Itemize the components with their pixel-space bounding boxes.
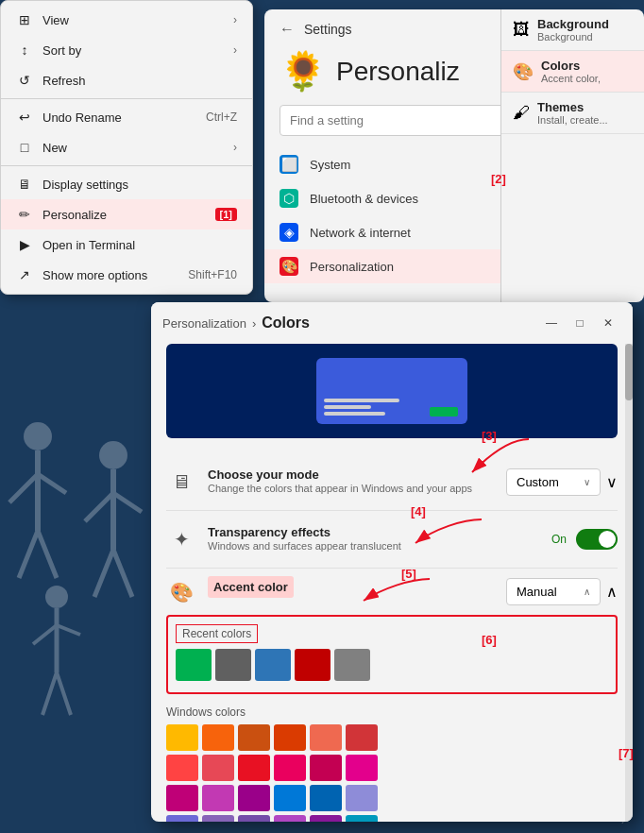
preview-line-3 — [324, 412, 385, 416]
breadcrumb-personalization: Personalization — [162, 316, 246, 331]
menu-item-display[interactable]: 🖥 Display settings — [1, 169, 252, 199]
menu-item-view[interactable]: ⊞ View › — [1, 5, 252, 35]
windows-color-swatch[interactable] — [310, 755, 342, 781]
themes-settings-icon: 🖌 — [513, 103, 530, 123]
settings-right-colors[interactable]: 🎨 Colors Accent color, — [501, 51, 644, 93]
windows-color-swatch[interactable] — [166, 724, 198, 751]
svg-line-5 — [38, 531, 57, 578]
recent-colors-title: Recent colors — [176, 624, 258, 643]
minimize-button[interactable]: — — [538, 310, 565, 336]
annotation-6: [6] — [482, 633, 497, 647]
svg-line-10 — [94, 550, 113, 597]
bg-decoration — [0, 380, 161, 739]
window-controls: — □ ✕ — [538, 310, 621, 336]
svg-line-8 — [85, 493, 113, 521]
windows-color-swatch[interactable] — [202, 815, 234, 822]
windows-color-swatch[interactable] — [238, 724, 270, 751]
recent-color-swatch[interactable] — [295, 649, 330, 681]
windows-color-swatch[interactable] — [346, 724, 378, 751]
close-button[interactable]: ✕ — [595, 310, 621, 336]
svg-line-4 — [19, 531, 38, 578]
menu-label-sortby: Sort by — [42, 43, 224, 58]
settings-back-button[interactable]: ← — [280, 21, 295, 38]
background-settings-icon: 🖼 — [513, 20, 530, 40]
menu-item-personalize[interactable]: ✏ Personalize [1] — [1, 199, 252, 230]
annotation-2: [2] — [491, 172, 506, 186]
mode-icon: 🖥 — [166, 467, 196, 497]
windows-color-swatch[interactable] — [238, 785, 270, 811]
menu-item-terminal[interactable]: ▶ Open in Terminal — [1, 230, 252, 260]
mode-row: 🖥 Choose your mode Change the colors tha… — [166, 453, 618, 511]
preview-inner — [316, 358, 467, 424]
svg-line-14 — [33, 625, 57, 644]
maximize-button[interactable]: □ — [567, 310, 593, 336]
svg-line-3 — [38, 474, 66, 493]
preview-line-2 — [324, 405, 371, 409]
svg-point-0 — [24, 422, 52, 450]
menu-item-new[interactable]: □ New › — [1, 132, 252, 162]
windows-color-swatch[interactable] — [274, 724, 306, 751]
themes-subtitle: Install, create... — [537, 114, 608, 126]
windows-color-swatch[interactable] — [346, 755, 378, 781]
new-arrow: › — [233, 141, 237, 154]
windows-color-swatch[interactable] — [238, 815, 270, 822]
preview-box — [166, 344, 618, 438]
windows-color-swatch[interactable] — [346, 815, 378, 822]
windows-colors-grid — [166, 724, 618, 822]
settings-right-background[interactable]: 🖼 Background Background — [501, 9, 644, 51]
moreoptions-icon: ↗ — [16, 266, 33, 283]
mode-subtitle: Change the colors that appear in Windows… — [208, 482, 495, 496]
windows-color-swatch[interactable] — [310, 724, 342, 751]
recent-color-swatch[interactable] — [334, 649, 370, 681]
nav-label-bluetooth: Bluetooth & devices — [310, 192, 418, 206]
windows-color-swatch[interactable] — [166, 815, 198, 822]
colors-settings-icon: 🎨 — [513, 61, 534, 82]
svg-line-2 — [9, 474, 38, 502]
settings-panel-title: Settings — [304, 22, 352, 37]
windows-color-swatch[interactable] — [202, 755, 234, 781]
menu-item-refresh[interactable]: ↺ Refresh — [1, 65, 252, 95]
page-title: Colors — [262, 314, 310, 332]
windows-color-swatch[interactable] — [202, 724, 234, 751]
recent-color-swatch[interactable] — [176, 649, 212, 681]
accent-color-label: Accent color — [208, 576, 294, 598]
menu-item-undo[interactable]: ↩ Undo Rename Ctrl+Z — [1, 102, 252, 132]
moreoptions-shortcut: Shift+F10 — [188, 268, 237, 281]
scrollbar-thumb[interactable] — [625, 344, 633, 400]
accent-collapse-icon[interactable]: ∧ — [606, 583, 618, 601]
menu-item-sortby[interactable]: ↕ Sort by › — [1, 35, 252, 65]
nav-label-personalization: Personalization — [310, 260, 394, 274]
system-icon: ⬜ — [280, 155, 298, 174]
windows-color-swatch[interactable] — [310, 815, 342, 822]
recent-color-swatch[interactable] — [215, 649, 251, 681]
nav-label-system: System — [310, 158, 350, 172]
svg-line-9 — [113, 493, 142, 512]
windows-color-swatch[interactable] — [274, 755, 306, 781]
recent-color-swatch[interactable] — [255, 649, 291, 681]
windows-color-swatch[interactable] — [238, 755, 270, 781]
windows-color-row — [166, 724, 618, 751]
mode-dropdown-arrow: ∨ — [584, 477, 590, 487]
transparency-control: On — [551, 529, 618, 550]
background-subtitle: Background — [537, 31, 609, 42]
windows-color-swatch[interactable] — [346, 785, 378, 811]
colors-subtitle: Accent color, — [541, 73, 601, 84]
transparency-row: ✦ Transparency effects Windows and surfa… — [166, 511, 618, 569]
mode-expand-icon[interactable]: ∨ — [606, 473, 618, 491]
windows-color-swatch[interactable] — [274, 815, 306, 822]
windows-color-swatch[interactable] — [166, 755, 198, 781]
windows-color-swatch[interactable] — [202, 785, 234, 811]
preview-line-1 — [324, 399, 399, 402]
new-icon: □ — [16, 139, 33, 156]
menu-label-personalize: Personalize — [42, 208, 202, 222]
window-breadcrumb: Personalization › Colors — [162, 314, 310, 332]
windows-color-swatch[interactable] — [310, 785, 342, 811]
transparency-toggle[interactable] — [576, 529, 618, 550]
accent-label-container: Accent color — [208, 576, 495, 607]
accent-dropdown-value: Manual — [517, 585, 576, 599]
windows-color-swatch[interactable] — [166, 785, 198, 811]
settings-right-themes[interactable]: 🖌 Themes Install, create... — [501, 93, 644, 134]
menu-item-moreoptions[interactable]: ↗ Show more options Shift+F10 — [1, 260, 252, 290]
accent-dropdown[interactable]: Manual ∧ — [506, 578, 601, 605]
windows-color-swatch[interactable] — [274, 785, 306, 811]
